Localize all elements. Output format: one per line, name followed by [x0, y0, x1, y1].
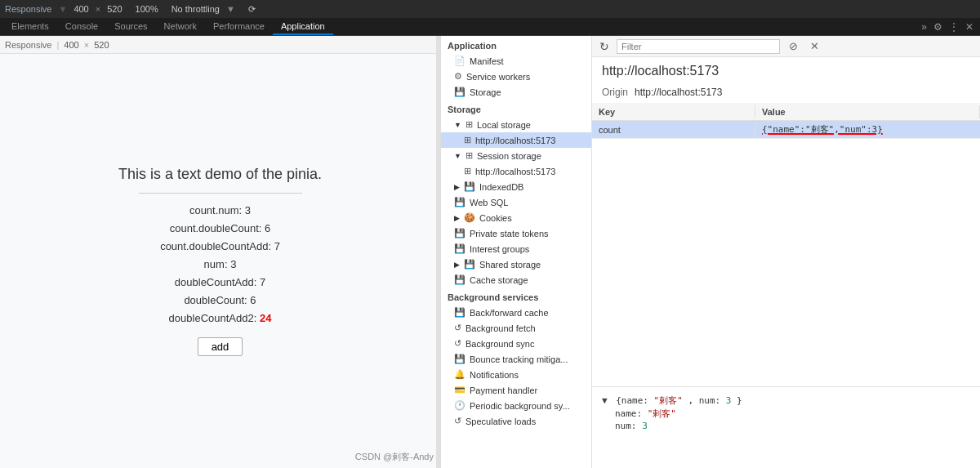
preview-toolbar: Responsive | 400 × 520 — [0, 36, 440, 54]
viewport-width[interactable]: 400 — [74, 4, 88, 14]
local-storage-host-label: http://localhost:5173 — [475, 136, 555, 145]
toolbar-sep: ▼ — [58, 4, 67, 14]
tab-elements[interactable]: Elements — [3, 19, 57, 35]
label-1: count.doubleCount: — [170, 222, 265, 234]
tab-performance[interactable]: Performance — [205, 19, 273, 35]
tab-network[interactable]: Network — [156, 19, 205, 35]
sidebar-item-shared-storage[interactable]: ▶ 💾 Shared storage — [441, 256, 591, 272]
watermark: CSDN @剌客-Andy — [355, 451, 434, 463]
sidebar-item-bg-sync[interactable]: ↺ Background sync — [441, 336, 591, 351]
origin-row: Origin http://localhost:5173 — [592, 85, 980, 103]
main-layout: Responsive | 400 × 520 This is a text de… — [0, 36, 980, 468]
width-field[interactable]: 400 — [64, 40, 78, 50]
val-2: 7 — [274, 240, 280, 252]
demo-divider — [139, 193, 302, 194]
sidebar-item-speculative-loads[interactable]: ↺ Speculative loads — [441, 413, 591, 429]
sidebar-item-manifest[interactable]: 📄 Manifest — [441, 53, 591, 69]
json-root-brace: {name: — [616, 395, 653, 406]
sidebar-item-periodic-bg[interactable]: 🕐 Periodic background sy... — [441, 398, 591, 413]
value-row-3: num: 3 — [160, 256, 280, 274]
content-toolbar: ↻ ⊘ ✕ — [592, 36, 980, 57]
tab-application[interactable]: Application — [273, 19, 333, 35]
tab-console[interactable]: Console — [57, 19, 106, 35]
label-5: doubleCount: — [184, 294, 250, 306]
sidebar-item-private-state-tokens[interactable]: 💾 Private state tokens — [441, 225, 591, 241]
sidebar-item-bounce-tracking[interactable]: 💾 Bounce tracking mitiga... — [441, 351, 591, 367]
viewport-height[interactable]: 520 — [107, 4, 122, 14]
speculative-loads-icon: ↺ — [454, 416, 461, 426]
bg-services-section-label: Background services — [441, 287, 591, 305]
sidebar-item-session-storage[interactable]: ▼ ⊞ Session storage — [441, 148, 591, 163]
interest-groups-label: Interest groups — [470, 244, 529, 254]
sidebar-item-bg-fetch[interactable]: ↺ Background fetch — [441, 320, 591, 336]
origin-label: Origin — [602, 87, 628, 98]
resize-handle[interactable] — [436, 36, 440, 468]
json-name-line: name: "剌客" — [602, 408, 970, 420]
json-expand-triangle[interactable]: ▼ — [602, 395, 608, 406]
more-options-icon[interactable]: ⋮ — [949, 21, 959, 33]
throttling-arrow: ▼ — [226, 4, 235, 14]
bounce-tracking-label: Bounce tracking mitiga... — [470, 354, 568, 364]
periodic-bg-icon: 🕐 — [454, 400, 466, 411]
filter-input[interactable] — [617, 39, 780, 54]
label-2: count.doubleCountAdd: — [160, 240, 274, 252]
json-num-value: 3 — [642, 421, 648, 431]
value-row-5: doubleCount: 6 — [160, 292, 280, 310]
back-forward-label: Back/forward cache — [470, 308, 549, 318]
devtools-extra-icons: » ⚙ ⋮ ✕ — [921, 21, 977, 33]
more-tabs-icon[interactable]: » — [921, 21, 927, 33]
table-cell-key: count — [592, 123, 755, 136]
json-num-line: num: 3 — [602, 421, 970, 431]
service-workers-label: Service workers — [466, 72, 530, 82]
private-state-label: Private state tokens — [470, 229, 549, 238]
bg-fetch-icon: ↺ — [454, 323, 461, 333]
sidebar-item-web-sql[interactable]: 💾 Web SQL — [441, 194, 591, 210]
web-sql-label: Web SQL — [470, 198, 509, 207]
size-x: × — [84, 40, 89, 50]
notifications-label: Notifications — [470, 370, 519, 380]
table-row[interactable]: count {"name":"剌客","num":3} — [592, 121, 980, 139]
sidebar-item-local-storage[interactable]: ▼ ⊞ Local storage — [441, 117, 591, 132]
local-storage-icon: ⊞ — [466, 119, 473, 130]
table-header: Key Value — [592, 103, 980, 121]
sidebar-item-cookies[interactable]: ▶ 🍪 Cookies — [441, 210, 591, 225]
storage-icon: 💾 — [454, 87, 466, 97]
col-header-key: Key — [592, 105, 755, 118]
throttling-selector[interactable]: No throttling — [172, 4, 220, 14]
manifest-label: Manifest — [470, 56, 504, 66]
sidebar-item-storage[interactable]: 💾 Storage — [441, 84, 591, 100]
sidebar-item-payment-handler[interactable]: 💳 Payment handler — [441, 382, 591, 398]
tab-sources[interactable]: Sources — [106, 19, 155, 35]
device-mode-label[interactable]: Responsive — [5, 4, 51, 14]
json-name-value: "剌客" — [648, 408, 676, 419]
val-0: 3 — [245, 204, 251, 216]
refresh-button[interactable]: ↻ — [597, 39, 612, 54]
sidebar-item-back-forward[interactable]: 💾 Back/forward cache — [441, 305, 591, 320]
close-pane-button[interactable]: ✕ — [806, 38, 822, 55]
value-row-4: doubleCountAdd: 7 — [160, 274, 280, 292]
value-row-0: count.num: 3 — [160, 202, 280, 220]
sidebar-item-interest-groups[interactable]: 💾 Interest groups — [441, 241, 591, 256]
sidebar-item-indexeddb[interactable]: ▶ 💾 IndexedDB — [441, 179, 591, 194]
cookies-icon: 🍪 — [464, 212, 475, 223]
sidebar-item-session-storage-host[interactable]: ⊞ http://localhost:5173 — [441, 163, 591, 179]
sidebar-item-local-storage-host[interactable]: ⊞ http://localhost:5173 — [441, 132, 591, 148]
notifications-icon: 🔔 — [454, 369, 466, 380]
shared-storage-icon: 💾 — [464, 259, 475, 270]
toolbar-x: × — [96, 4, 100, 14]
zoom-level[interactable]: 100% — [136, 4, 158, 14]
sidebar-item-notifications[interactable]: 🔔 Notifications — [441, 367, 591, 382]
storage-section-label: Storage — [441, 100, 591, 117]
clear-filter-button[interactable]: ⊘ — [785, 38, 801, 55]
json-root-num-val: 3 — [726, 395, 732, 406]
settings-icon[interactable]: ⚙ — [933, 21, 942, 33]
add-button[interactable]: add — [198, 337, 243, 356]
height-field[interactable]: 520 — [94, 40, 109, 50]
json-root-line[interactable]: ▼ {name: "剌客" , num: 3 } — [602, 394, 970, 407]
demo-text: This is a text demo of the pinia. — [118, 166, 322, 183]
json-root-close: } — [737, 395, 742, 406]
close-icon[interactable]: ✕ — [965, 21, 973, 33]
sidebar-panel: Application 📄 Manifest ⚙ Service workers… — [441, 36, 592, 468]
sidebar-item-cache-storage[interactable]: 💾 Cache storage — [441, 272, 591, 287]
sidebar-item-service-workers[interactable]: ⚙ Service workers — [441, 69, 591, 84]
